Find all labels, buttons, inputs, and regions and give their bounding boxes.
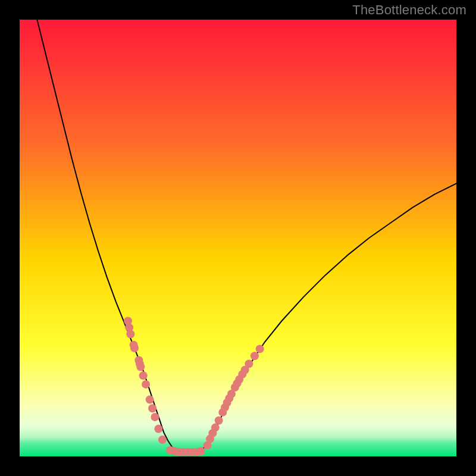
plot-area: [20, 20, 456, 456]
gradient-background: [20, 20, 456, 456]
data-point: [158, 436, 167, 444]
chart-svg: [20, 20, 456, 456]
data-point: [151, 413, 159, 421]
data-point: [139, 371, 148, 380]
data-point: [215, 416, 223, 425]
chart-frame: TheBottleneck.com: [0, 0, 476, 476]
data-point: [250, 352, 259, 360]
data-point: [126, 330, 134, 339]
data-point: [154, 425, 162, 433]
data-point: [197, 447, 205, 455]
data-point: [136, 363, 145, 371]
data-point: [130, 344, 139, 352]
data-point: [245, 359, 253, 368]
data-point: [142, 380, 150, 389]
data-point: [256, 345, 264, 353]
watermark-text: TheBottleneck.com: [352, 2, 466, 18]
data-point: [146, 396, 154, 404]
data-point: [148, 404, 156, 412]
